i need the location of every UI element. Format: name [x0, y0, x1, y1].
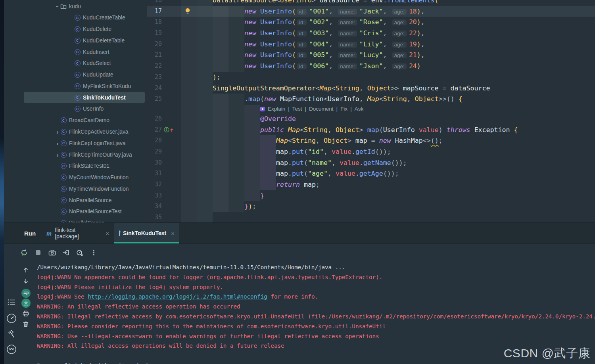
tree-item[interactable]: CKuduCreateTable	[4, 12, 147, 23]
tree-item[interactable]: CKuduSelect	[4, 58, 147, 69]
code-line[interactable]: 26@Override	[147, 113, 595, 125]
stop-icon[interactable]	[35, 249, 41, 256]
ai-action-ask[interactable]: Ask	[355, 105, 364, 113]
code-line[interactable]: 27public Map<String, Object> map(UserInf…	[147, 125, 595, 136]
tree-item[interactable]: CKuduUpdate	[4, 69, 147, 80]
scroll-to-end-icon[interactable]	[21, 299, 31, 308]
tree-item[interactable]: CKuduInsert	[4, 46, 147, 57]
arrow-up-icon-button[interactable]	[21, 267, 31, 273]
console-link[interactable]: http://logging.apache.org/log4j/1.2/faq.…	[88, 293, 267, 300]
tree-item[interactable]: CFlinkStateTest01	[4, 161, 147, 172]
gauge-icon[interactable]	[6, 313, 17, 324]
code-line[interactable]: 30map.put("name", value.getName());	[147, 157, 595, 169]
code-text: new UserInfo(id:"002", name:"Rose", age:…	[181, 17, 425, 28]
code-line[interactable]: 28Map<String, Object> map = new HashMap<…	[147, 135, 595, 146]
tree-item[interactable]: CBroadCastDemo	[4, 115, 147, 126]
code-line[interactable]: 21new UserInfo(id:"005", name:"Lucy", ag…	[147, 50, 595, 61]
code-line[interactable]: 22new UserInfo(id:"006", name:"Json", ag…	[147, 61, 595, 72]
code-line[interactable]: 29map.put("id", value.getId());	[147, 146, 595, 157]
class-icon: C	[60, 197, 67, 203]
code-line[interactable]: 23);	[147, 72, 595, 83]
tree-item[interactable]: CMyCountWindowFuntion	[4, 172, 147, 183]
code-line[interactable]: 19new UserInfo(id:"003", name:"Cris", ag…	[147, 28, 595, 39]
tree-item-label: BroadCastDemo	[69, 117, 109, 123]
profiler-icon[interactable]	[76, 249, 83, 256]
tree-item[interactable]: ›kudu	[4, 1, 147, 12]
code-line[interactable]: 33}	[147, 190, 595, 201]
code-line[interactable]: 24SingleOutputStreamOperator<Map<String,…	[147, 83, 595, 94]
squiggle-circle-icon[interactable]	[6, 344, 17, 355]
profiler-icon-button[interactable]	[75, 248, 84, 257]
class-icon: C	[74, 26, 81, 33]
soft-wrap-icon-button[interactable]	[21, 289, 31, 298]
clear-icon[interactable]	[23, 321, 29, 328]
soft-wrap-icon[interactable]	[21, 289, 31, 298]
tree-item[interactable]: CNoParallelSource	[4, 195, 147, 206]
code-line[interactable]: 16DataStreamSource<UserInfo> dataSource …	[147, 0, 595, 6]
arrow-down-icon[interactable]	[23, 278, 29, 284]
tree-item[interactable]: CNoParallelSourceTest	[4, 206, 147, 217]
clear-icon-button[interactable]	[21, 321, 31, 328]
gutter-implement-marker[interactable]	[163, 126, 174, 133]
code-line[interactable]: 18new UserInfo(id:"002", name:"Rose", ag…	[147, 17, 595, 28]
tree-item[interactable]: ›CFlinkCepLoginTest.java	[4, 138, 147, 149]
tree-item[interactable]: CKuduDeleteTable	[4, 35, 147, 46]
squiggle-circle-icon-button[interactable]	[6, 344, 17, 355]
code-line[interactable]: 32return map;	[147, 179, 595, 190]
chevron-right-icon[interactable]: ›	[55, 128, 60, 135]
code-line[interactable]: 35	[147, 212, 595, 222]
gauge-icon-button[interactable]	[6, 313, 17, 324]
tree-item[interactable]: CParallelSource	[4, 218, 147, 222]
rerun-icon-button[interactable]	[20, 248, 29, 257]
chevron-right-icon[interactable]: ›	[55, 151, 60, 158]
class-letter: C	[61, 129, 67, 135]
tree-item-label: KuduUpdate	[83, 72, 113, 78]
tree-item[interactable]: ›CFlinkCepTimeOutPay.java	[4, 149, 147, 160]
build-hammer-icon[interactable]	[7, 329, 16, 339]
code-line[interactable]: 34});	[147, 201, 595, 212]
code-editor[interactable]: 16DataStreamSource<UserInfo> dataSource …	[147, 0, 595, 222]
chevron-down-icon[interactable]: ›	[54, 4, 61, 9]
code-token: <	[324, 95, 328, 103]
structure-list-icon[interactable]	[7, 299, 16, 306]
rerun-icon[interactable]	[20, 249, 28, 257]
code-line[interactable]: 25.map(new MapFunction<UserInfo, Map<Str…	[147, 94, 595, 105]
arrow-up-icon[interactable]	[23, 267, 29, 273]
tree-item[interactable]: ›CFlinkCepActiveUser.java	[4, 126, 147, 137]
import-test-result-icon-button[interactable]	[61, 248, 70, 257]
scroll-to-end-icon-button[interactable]	[21, 299, 31, 308]
code-token: "Cris"	[359, 29, 383, 37]
tree-item[interactable]: CSinkToKuduTest	[4, 92, 147, 103]
run-tab-sinktokudutest[interactable]: SinkToKuduTest×	[114, 223, 179, 243]
chevron-right-icon[interactable]: ›	[55, 140, 60, 147]
run-tab-flink-test-package-[interactable]: mflink-test [package]×	[42, 223, 114, 243]
kebab-menu-icon-button[interactable]: ⋮	[89, 248, 98, 257]
ai-action-fix[interactable]: Fix	[340, 105, 347, 113]
class-letter: C	[61, 163, 67, 169]
code-line[interactable]: 31map.put("age", value.getAge());	[147, 168, 595, 179]
structure-list-icon-button[interactable]	[6, 299, 17, 306]
code-token: ,	[407, 95, 415, 103]
arrow-down-icon-button[interactable]	[21, 278, 31, 284]
stop-icon-button[interactable]	[34, 248, 42, 257]
tree-item[interactable]: CMyFlinkSinkToKudu	[4, 80, 147, 92]
code-line[interactable]: 20new UserInfo(id:"004", name:"Lily", ag…	[147, 39, 595, 50]
close-icon[interactable]: ×	[171, 230, 175, 237]
print-icon[interactable]	[22, 310, 29, 317]
camera-icon-button[interactable]	[48, 248, 56, 257]
print-icon-button[interactable]	[21, 310, 31, 317]
ai-action-test[interactable]: Test	[292, 105, 302, 113]
camera-icon[interactable]	[48, 249, 56, 256]
kebab-menu-icon[interactable]: ⋮	[90, 249, 97, 256]
ai-action-explain[interactable]: Explain	[268, 105, 285, 113]
project-tree[interactable]: ›kuduCKuduCreateTableCKuduDeleteCKuduDel…	[4, 0, 147, 222]
tree-item[interactable]: CMyTimeWindowFunction	[4, 183, 147, 194]
tree-item[interactable]: CKuduDelete	[4, 24, 147, 35]
import-test-result-icon[interactable]	[63, 249, 69, 256]
tree-item[interactable]: CUserInfo	[4, 103, 147, 115]
build-hammer-icon-button[interactable]	[6, 329, 17, 339]
implement-icon[interactable]	[163, 126, 174, 133]
ai-action-document[interactable]: Document	[309, 105, 334, 113]
close-icon[interactable]: ×	[106, 230, 109, 237]
code-line[interactable]: 17new UserInfo(id:"001", name:"Jack", ag…	[147, 6, 595, 17]
